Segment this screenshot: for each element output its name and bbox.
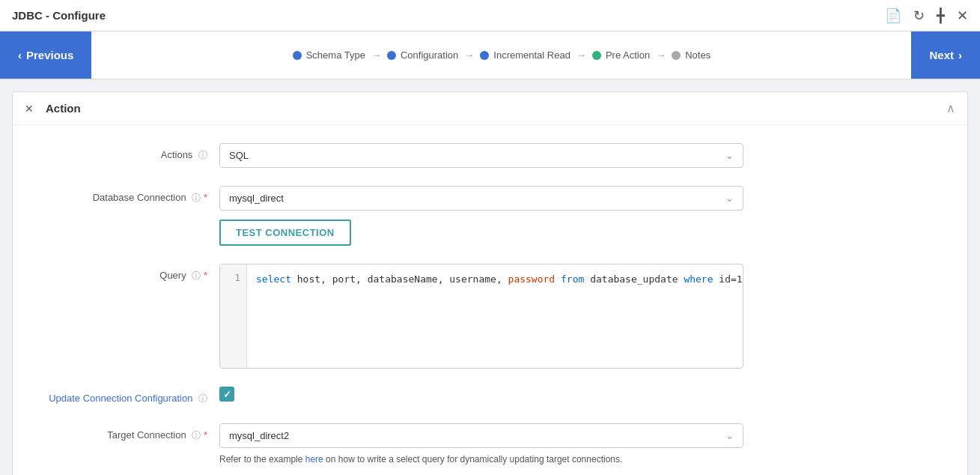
footer-note-link[interactable]: here <box>305 454 323 465</box>
db-connection-row: Database Connection ⓘ * mysql_direct ⌄ T… <box>25 186 955 246</box>
db-connection-dropdown[interactable]: mysql_direct ⌄ <box>219 186 743 211</box>
next-button[interactable]: Next › <box>911 31 980 79</box>
title-bar-icons: 📄 ↻ ╋ ✕ <box>885 7 968 24</box>
step-dot-schema-type <box>293 51 302 60</box>
maximize-icon[interactable]: ╋ <box>937 7 945 24</box>
target-connection-required: * <box>204 429 207 441</box>
code-line-numbers: 1 <box>220 264 247 368</box>
content-area: ✕ Action ∧ Actions ⓘ SQL ⌄ Database Conn… <box>12 91 968 475</box>
step-dot-configuration <box>387 51 396 60</box>
collapse-icon[interactable]: ∧ <box>946 101 955 115</box>
actions-value: SQL <box>229 150 249 161</box>
actions-label: Actions ⓘ <box>25 143 219 162</box>
target-connection-control: mysql_direct2 ⌄ Refer to the example her… <box>219 423 955 471</box>
target-connection-chevron-icon: ⌄ <box>725 430 734 441</box>
step-arrow-1: → <box>371 49 381 61</box>
update-conn-row: Update Connection Configuration ⓘ <box>25 387 955 405</box>
step-incremental-read: Incremental Read <box>480 49 570 61</box>
step-label-notes: Notes <box>685 49 710 61</box>
next-arrow-icon: › <box>958 49 962 61</box>
section-header: ✕ Action ∧ <box>13 92 967 125</box>
step-arrow-2: → <box>464 49 474 61</box>
update-conn-checkbox-wrap <box>219 387 955 402</box>
db-connection-required: * <box>204 192 207 203</box>
title-bar: JDBC - Configure 📄 ↻ ╋ ✕ <box>0 0 980 31</box>
next-label: Next <box>929 49 954 61</box>
step-label-incremental-read: Incremental Read <box>493 49 570 61</box>
db-connection-value: mysql_direct <box>229 193 284 204</box>
step-arrow-3: → <box>576 49 586 61</box>
query-label: Query ⓘ * <box>25 264 219 282</box>
previous-label: Previous <box>26 49 73 61</box>
actions-chevron-icon: ⌄ <box>725 150 734 161</box>
step-notes: Notes <box>672 49 710 61</box>
db-connection-chevron-icon: ⌄ <box>725 193 734 204</box>
actions-row: Actions ⓘ SQL ⌄ <box>25 143 955 168</box>
title-bar-left: JDBC - Configure <box>12 9 106 22</box>
target-connection-value: mysql_direct2 <box>229 430 289 441</box>
db-connection-control: mysql_direct ⌄ TEST CONNECTION <box>219 186 955 246</box>
query-row: Query ⓘ * 1 select host, port, databaseN… <box>25 264 955 369</box>
query-info-icon: ⓘ <box>192 270 201 281</box>
actions-dropdown[interactable]: SQL ⌄ <box>219 143 743 168</box>
step-schema-type: Schema Type <box>293 49 365 61</box>
step-dot-pre-action <box>592 51 601 60</box>
code-editor[interactable]: 1 select host, port, databaseName, usern… <box>219 264 743 369</box>
document-icon[interactable]: 📄 <box>885 7 901 24</box>
target-connection-dropdown[interactable]: mysql_direct2 ⌄ <box>219 423 743 448</box>
close-icon[interactable]: ✕ <box>957 7 968 24</box>
update-conn-checkbox[interactable] <box>219 387 234 402</box>
nav-bar: ‹ Previous Schema Type → Configuration →… <box>0 31 980 79</box>
db-connection-info-icon: ⓘ <box>192 193 201 203</box>
step-label-schema-type: Schema Type <box>306 49 365 61</box>
update-conn-label: Update Connection Configuration ⓘ <box>25 387 219 405</box>
step-arrow-4: → <box>656 49 666 61</box>
query-required: * <box>204 270 207 281</box>
refresh-icon[interactable]: ↻ <box>913 7 925 24</box>
previous-button[interactable]: ‹ Previous <box>0 31 91 79</box>
step-label-configuration: Configuration <box>401 49 458 61</box>
target-connection-row: Target Connection ⓘ * mysql_direct2 ⌄ Re… <box>25 423 955 471</box>
target-connection-label: Target Connection ⓘ * <box>25 423 219 442</box>
app-title: JDBC - Configure <box>12 9 106 22</box>
db-connection-label: Database Connection ⓘ * <box>25 186 219 205</box>
step-dot-notes <box>672 51 681 60</box>
section-close-icon[interactable]: ✕ <box>25 103 34 115</box>
update-conn-control <box>219 387 955 402</box>
code-content[interactable]: select host, port, databaseName, usernam… <box>247 264 743 368</box>
step-pre-action: Pre Action <box>592 49 650 61</box>
prev-arrow-icon: ‹ <box>18 49 22 61</box>
footer-note: Refer to the example here on how to writ… <box>219 448 955 471</box>
step-label-pre-action: Pre Action <box>606 49 650 61</box>
query-control: 1 select host, port, databaseName, usern… <box>219 264 955 369</box>
actions-info-icon: ⓘ <box>198 150 207 160</box>
update-conn-info-icon: ⓘ <box>198 393 207 404</box>
step-dot-incremental-read <box>480 51 489 60</box>
actions-control: SQL ⌄ <box>219 143 955 168</box>
step-configuration: Configuration <box>387 49 458 61</box>
section-title: Action <box>46 102 81 115</box>
steps-bar: Schema Type → Configuration → Incrementa… <box>91 49 911 61</box>
form-body: Actions ⓘ SQL ⌄ Database Connection ⓘ * … <box>13 125 967 475</box>
test-connection-button[interactable]: TEST CONNECTION <box>219 220 351 246</box>
target-connection-info-icon: ⓘ <box>192 430 201 441</box>
